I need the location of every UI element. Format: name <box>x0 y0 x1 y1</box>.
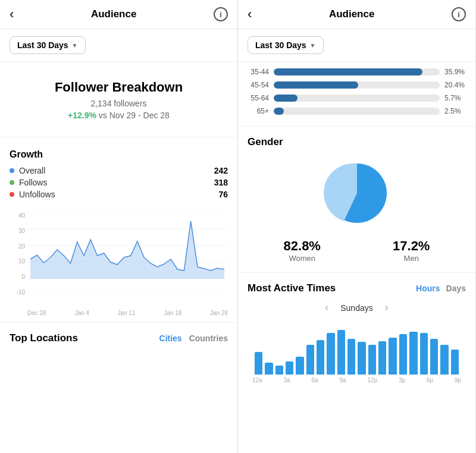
bar-chart-container: 12a 3a 6a 9a 12p 3p 6p 9p <box>248 321 466 383</box>
left-back-button[interactable]: ‹ <box>10 8 14 21</box>
bar-12a <box>255 352 262 375</box>
bar-12p <box>358 342 365 375</box>
bar-8p <box>440 345 448 375</box>
bar-col-4p <box>399 334 407 375</box>
bar-col-12p <box>358 342 365 375</box>
x-label-jan18: Jan 18 <box>164 310 181 316</box>
bar-col-10a <box>337 330 345 375</box>
x-label-12p: 12p <box>367 377 377 383</box>
cities-tab[interactable]: Cities <box>159 334 182 343</box>
age-bar-track-35-44 <box>274 68 440 76</box>
women-pct: 82.8% <box>284 238 321 254</box>
bar-7p <box>430 339 438 375</box>
active-times-title: Most Active Times <box>248 282 336 294</box>
chart-svg-container <box>27 212 228 295</box>
bar-col-9a <box>327 333 334 375</box>
age-bar-fill-55-64 <box>274 95 298 102</box>
age-label-55-64: 55-64 <box>248 94 269 102</box>
bar-col-3p <box>389 338 396 375</box>
gender-title: Gender <box>248 136 466 148</box>
left-date-filter-button[interactable]: Last 30 Days ▼ <box>10 36 86 54</box>
left-info-button[interactable]: i <box>214 7 228 21</box>
growth-item-unfollows: Unfollows 76 <box>10 190 228 199</box>
active-times-header: Most Active Times Hours Days <box>248 282 466 294</box>
bar-1p <box>368 345 376 375</box>
active-times-bar-chart <box>252 321 461 375</box>
x-label-6p: 6p <box>427 377 433 383</box>
bar-col-12a <box>255 352 262 375</box>
left-date-filter: Last 30 Days ▼ <box>0 29 237 62</box>
age-bar-fill-35-44 <box>274 68 422 76</box>
top-locations-tabs: Cities Countries <box>159 334 228 343</box>
x-label-jan4: Jan 4 <box>74 310 89 316</box>
day-navigation: ‹ Sundays › <box>248 301 466 314</box>
bar-col-6a <box>296 357 303 375</box>
gender-stats: 82.8% Women 17.2% Men <box>248 238 466 263</box>
bar-2a <box>275 366 283 375</box>
x-label-jan26: Jan 26 <box>210 310 228 316</box>
bar-chart-x-labels: 12a 3a 6a 9a 12p 3p 6p 9p <box>252 375 461 383</box>
bar-1a <box>265 363 273 375</box>
growth-positive-pct: +12.9% <box>68 111 96 120</box>
top-locations-section: Top Locations Cities Countries <box>0 322 237 350</box>
current-day: Sundays <box>340 303 372 313</box>
age-label-35-44: 35-44 <box>248 68 269 76</box>
age-pct-55-64: 5.7% <box>444 94 466 102</box>
gender-pie-chart <box>248 158 466 229</box>
overall-value: 242 <box>214 166 228 175</box>
bar-2p <box>378 341 386 375</box>
follows-dot <box>10 180 14 185</box>
follower-count: 2,134 followers <box>10 99 228 108</box>
age-row-55-64: 55-64 5.7% <box>248 94 466 102</box>
bar-3a <box>286 361 293 375</box>
right-date-filter-button[interactable]: Last 30 Days ▼ <box>248 36 324 54</box>
age-bar-track-45-54 <box>274 81 440 89</box>
bar-col-6p <box>420 333 428 375</box>
bar-col-7a <box>306 345 314 375</box>
bar-col-7p <box>430 339 438 375</box>
growth-comparison: +12.9% vs Nov 29 - Dec 28 <box>10 111 228 120</box>
follower-breakdown-section: Follower Breakdown 2,134 followers +12.9… <box>0 62 237 132</box>
bar-9p <box>451 350 459 375</box>
bar-col-9p <box>451 350 459 375</box>
countries-tab[interactable]: Countries <box>189 334 228 343</box>
men-stat: 17.2% Men <box>393 238 430 263</box>
men-label: Men <box>393 254 430 263</box>
y-label-0: 0 <box>10 273 27 280</box>
age-pct-35-44: 35.9% <box>444 68 466 76</box>
bar-6a <box>296 357 303 375</box>
unfollows-value: 76 <box>218 190 228 199</box>
x-label-3a: 3a <box>284 377 290 383</box>
follower-breakdown-title: Follower Breakdown <box>10 80 228 95</box>
next-day-button[interactable]: › <box>385 301 389 314</box>
age-bar-fill-45-54 <box>274 81 358 89</box>
right-info-button[interactable]: i <box>452 7 466 21</box>
x-label-3p: 3p <box>399 377 405 383</box>
bar-8a <box>317 340 324 375</box>
prev-day-button[interactable]: ‹ <box>325 301 328 314</box>
age-bar-track-55-64 <box>274 95 440 102</box>
days-tab[interactable]: Days <box>446 284 466 293</box>
overall-label: Overall <box>19 166 45 175</box>
hours-tab[interactable]: Hours <box>416 284 440 293</box>
x-label-dec28: Dec 28 <box>27 310 46 316</box>
active-times-section: Most Active Times Hours Days ‹ Sundays › <box>238 272 475 393</box>
bar-6p <box>420 333 428 375</box>
growth-section: Growth Overall 242 Follows 318 Unfol <box>0 142 237 206</box>
right-back-button[interactable]: ‹ <box>248 8 252 21</box>
bar-3p <box>389 338 396 375</box>
men-pct: 17.2% <box>393 238 430 254</box>
bar-col-1p <box>368 345 376 375</box>
age-pct-45-54: 20.4% <box>444 81 466 89</box>
age-bar-fill-65 <box>274 108 284 115</box>
age-pct-65: 2.5% <box>444 107 466 115</box>
bar-col-11a <box>347 339 355 375</box>
bar-col-8a <box>317 340 324 375</box>
age-row-65: 65+ 2.5% <box>248 107 466 115</box>
chevron-down-icon: ▼ <box>72 42 78 49</box>
bar-4p <box>399 334 407 375</box>
bar-col-2a <box>275 366 283 375</box>
unfollows-dot <box>10 192 14 197</box>
bar-10a <box>337 330 345 375</box>
y-label-30: 30 <box>10 228 27 234</box>
